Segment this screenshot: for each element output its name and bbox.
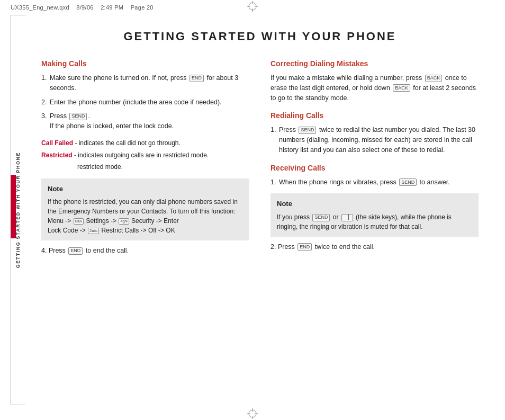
making-calls-heading: Making Calls [41,59,249,68]
send-icon-4: SEND [312,214,330,221]
receiving-num-1: 1. [270,177,276,187]
redialing-num: 1. [270,125,276,135]
call-failed-desc: - indicates the call did not go through. [75,139,180,147]
receiving-text-1: When the phone rings or vibrates, press … [279,178,450,186]
redialing-step-1: 1. Press SEND twice to redial the last n… [270,125,479,155]
call-failed-line: Call Failed - indicates the call did not… [41,138,249,149]
making-calls-note-box: Note If the phone is restricted, you can… [41,178,249,241]
step2-text: Enter the phone number (include the area… [50,99,222,106]
send-icon-1: SEND [69,113,87,120]
making-calls-note-body: If the phone is restricted, you can only… [48,197,243,235]
end-icon-1: END [190,75,204,82]
receiving-step-2: 2. Press END twice to end the call. [270,242,479,252]
receiving-note-box: Note If you press SEND or ▕ (the side ke… [270,193,479,237]
crosshair-bottom-icon [247,408,258,419]
call-failed-label: Call Failed [41,139,73,147]
end-icon-2: END [68,247,83,255]
receiving-list: 1. When the phone rings or vibrates, pre… [270,177,479,187]
correcting-section: Correcting Dialing Mistakes If you make … [270,59,479,103]
restrict-icon: 2abc [88,228,99,234]
redialing-section: Redialing Calls 1. Press SEND twice to r… [270,111,479,155]
step2-num: 2. [41,97,47,108]
top-bar-info: UX355_Eng_new.qxd 8/9/06 2:49 PM Page 20 [11,4,154,11]
redialing-text: Press SEND twice to redial the last numb… [279,126,475,154]
receiving-step-1: 1. When the phone rings or vibrates, pre… [270,177,479,187]
date: 8/9/06 [76,4,93,11]
sidebar-label: GETTING STARTED WITH YOUR PHONE [15,152,21,268]
step2-receiving-text: 2. Press END twice to end the call. [270,243,375,251]
receiving-note-title: Note [277,199,472,209]
step1-num: 1. [41,73,47,83]
send-icon-3: SEND [399,178,417,186]
making-calls-step-2: 2. Enter the phone number (include the a… [41,97,249,108]
making-calls-section: Making Calls 1. Make sure the phone is t… [41,59,249,256]
time: 2:49 PM [101,4,123,11]
note-menu-path: Menu -> 8tuv Settings -> 4ghi Security -… [48,217,179,234]
making-calls-step-4: 4. Press END to end the call. [41,246,249,256]
receiving-note-text: If you press SEND or ▕ (the side keys), … [277,213,452,230]
crosshair-top-icon [247,1,258,12]
step1-text: Make sure the phone is turned on. If not… [50,74,238,92]
send-icon-2: SEND [299,127,316,134]
back-icon-2: BACK [393,84,410,92]
receiving-note-body: If you press SEND or ▕ (the side keys), … [277,212,472,231]
sidebar-tab: GETTING STARTED WITH YOUR PHONE [11,15,25,405]
making-calls-step-3: 3. Press SEND. If the phone is locked, e… [41,111,249,131]
step3-sub: If the phone is locked, enter the lock c… [50,122,174,130]
settings-icon: 8tuv [74,218,84,225]
redialing-list: 1. Press SEND twice to redial the last n… [270,125,479,155]
call-status-lines: Call Failed - indicates the call did not… [41,138,249,173]
restricted-sub-line: restricted mode. [41,162,249,173]
page-title: GETTING STARTED WITH YOUR PHONE [41,30,479,43]
restricted-line: Restricted - indicates outgoing calls ar… [41,150,249,162]
right-column: Correcting Dialing Mistakes If you make … [270,59,479,256]
restricted-label: Restricted [41,151,73,159]
page-info: Page 20 [131,4,154,11]
correcting-body: If you make a mistake while dialing a nu… [270,73,479,103]
end-icon-3: END [297,243,312,251]
step3-num: 3. [41,111,47,121]
security-icon: 4ghi [119,218,129,225]
redialing-heading: Redialing Calls [270,111,479,120]
back-icon-1: BACK [425,75,443,82]
filename: UX355_Eng_new.qxd [11,4,69,11]
main-content: GETTING STARTED WITH YOUR PHONE Making C… [25,15,494,405]
making-calls-step-1: 1. Make sure the phone is turned on. If … [41,73,249,93]
receiving-section: Receiving Calls 1. When the phone rings … [270,164,479,252]
side-key-icon: ▕ [341,214,353,221]
restricted-desc: - indicates outgoing calls are in restri… [74,151,209,159]
receiving-heading: Receiving Calls [270,164,479,172]
step3-text: Press SEND. If the phone is locked, ente… [50,112,174,130]
step4-label: 4. Press END to end the call. [41,247,129,254]
left-column: Making Calls 1. Make sure the phone is t… [41,59,249,256]
two-column-layout: Making Calls 1. Make sure the phone is t… [41,59,479,256]
making-calls-list: 1. Make sure the phone is turned on. If … [41,73,249,131]
correcting-heading: Correcting Dialing Mistakes [270,59,479,68]
note-body-text: If the phone is restricted, you can only… [48,198,238,215]
making-calls-note-title: Note [48,184,243,194]
